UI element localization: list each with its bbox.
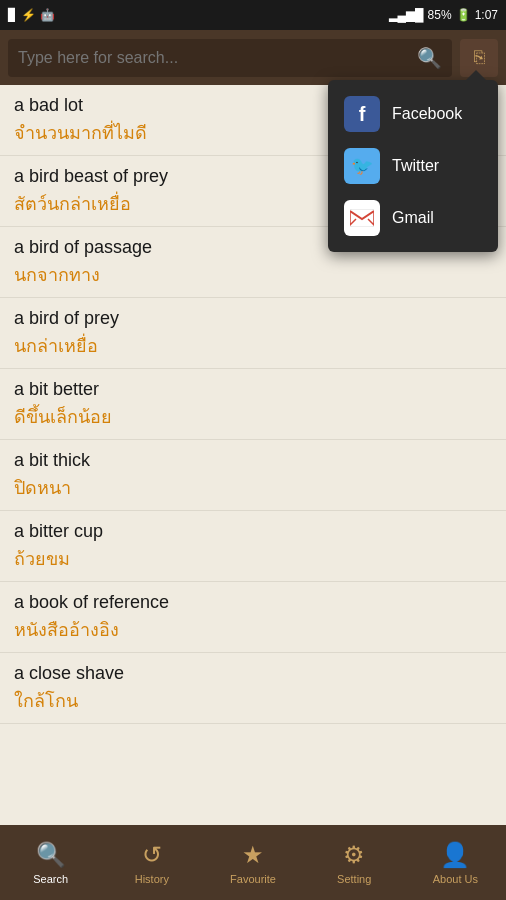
share-dropdown: f Facebook 🐦 Twitter Gmail xyxy=(328,80,498,252)
status-bar: ▊ ⚡ 🤖 ▂▄▆█ 85% 🔋 1:07 xyxy=(0,0,506,30)
dict-en: a bit better xyxy=(14,379,492,400)
nav-item-search[interactable]: 🔍 Search xyxy=(0,825,101,900)
facebook-icon: f xyxy=(344,96,380,132)
dict-en: a book of reference xyxy=(14,592,492,613)
dict-en: a close shave xyxy=(14,663,492,684)
status-left: ▊ ⚡ 🤖 xyxy=(8,8,55,22)
setting-nav-icon: ⚙ xyxy=(343,841,365,869)
search-input-wrapper[interactable]: 🔍 xyxy=(8,39,452,77)
dict-th: ถ้วยขม xyxy=(14,544,492,573)
share-icon: ⎘ xyxy=(474,47,485,68)
dict-th: ใกล้โกน xyxy=(14,686,492,715)
dict-item[interactable]: a close shaveใกล้โกน xyxy=(0,653,506,724)
about-nav-label: About Us xyxy=(433,873,478,885)
dict-item[interactable]: a bit thickปิดหนา xyxy=(0,440,506,511)
nav-item-about-us[interactable]: 👤 About Us xyxy=(405,825,506,900)
history-nav-label: History xyxy=(135,873,169,885)
favourite-nav-label: Favourite xyxy=(230,873,276,885)
dict-th: ดีขึ้นเล็กน้อย xyxy=(14,402,492,431)
dict-en: a bitter cup xyxy=(14,521,492,542)
gmail-label: Gmail xyxy=(392,209,434,227)
dict-item[interactable]: a bit betterดีขึ้นเล็กน้อย xyxy=(0,369,506,440)
usb-icon: ⚡ xyxy=(21,8,36,22)
dict-item[interactable]: a bird of preyนกล่าเหยื่อ xyxy=(0,298,506,369)
twitter-icon: 🐦 xyxy=(344,148,380,184)
search-icon[interactable]: 🔍 xyxy=(417,46,442,70)
dict-item[interactable]: a bitter cupถ้วยขม xyxy=(0,511,506,582)
battery-percent: 85% xyxy=(428,8,452,22)
status-right: ▂▄▆█ 85% 🔋 1:07 xyxy=(389,8,498,22)
dict-th: หนังสืออ้างอิง xyxy=(14,615,492,644)
dict-th: นกล่าเหยื่อ xyxy=(14,331,492,360)
dict-en: a bit thick xyxy=(14,450,492,471)
about-nav-icon: 👤 xyxy=(440,841,470,869)
search-nav-label: Search xyxy=(33,873,68,885)
time-display: 1:07 xyxy=(475,8,498,22)
dict-item[interactable]: a book of referenceหนังสืออ้างอิง xyxy=(0,582,506,653)
dict-th: นกจากทาง xyxy=(14,260,492,289)
nav-item-history[interactable]: ↺ History xyxy=(101,825,202,900)
gmail-icon xyxy=(344,200,380,236)
battery-icon: 🔋 xyxy=(456,8,471,22)
bottom-nav: 🔍 Search ↺ History ★ Favourite ⚙ Setting… xyxy=(0,825,506,900)
search-bar: 🔍 ⎘ xyxy=(0,30,506,85)
favourite-nav-icon: ★ xyxy=(242,841,264,869)
setting-nav-label: Setting xyxy=(337,873,371,885)
share-gmail-item[interactable]: Gmail xyxy=(328,192,498,244)
share-facebook-item[interactable]: f Facebook xyxy=(328,88,498,140)
dict-en: a bird of prey xyxy=(14,308,492,329)
twitter-label: Twitter xyxy=(392,157,439,175)
search-nav-icon: 🔍 xyxy=(36,841,66,869)
dict-th: ปิดหนา xyxy=(14,473,492,502)
android-icon: 🤖 xyxy=(40,8,55,22)
nav-item-setting[interactable]: ⚙ Setting xyxy=(304,825,405,900)
signal-bars: ▂▄▆█ xyxy=(389,8,424,22)
signal-icon: ▊ xyxy=(8,8,17,22)
share-twitter-item[interactable]: 🐦 Twitter xyxy=(328,140,498,192)
facebook-label: Facebook xyxy=(392,105,462,123)
nav-item-favourite[interactable]: ★ Favourite xyxy=(202,825,303,900)
history-nav-icon: ↺ xyxy=(142,841,162,869)
search-input[interactable] xyxy=(18,49,417,67)
